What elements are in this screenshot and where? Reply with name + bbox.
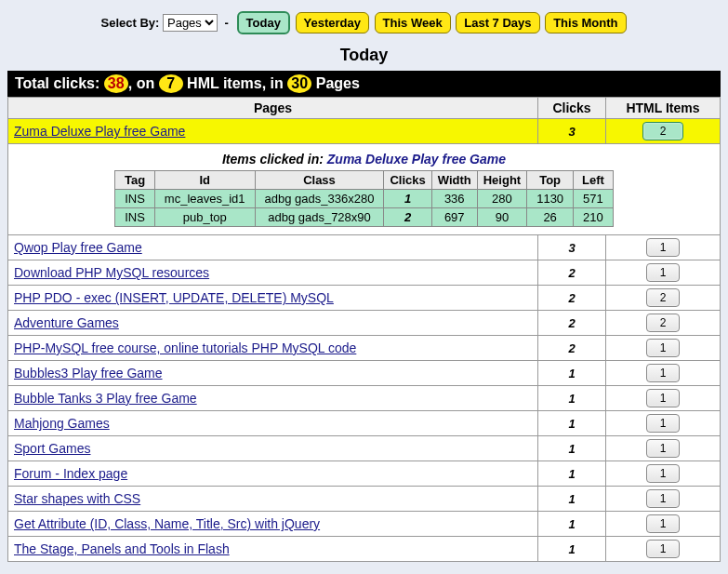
clicks-cell: 1	[538, 386, 606, 411]
filter-button-this-week[interactable]: This Week	[375, 12, 451, 33]
col-pages: Pages	[8, 98, 538, 119]
table-row: Adventure Games22	[8, 311, 721, 336]
detail-cell: 26	[527, 208, 574, 227]
html-items-button[interactable]: 1	[646, 389, 681, 407]
clicks-cell: 1	[538, 487, 606, 512]
table-row: Download PHP MySQL resources21	[8, 260, 721, 286]
table-row: Sport Games11	[8, 436, 721, 461]
html-items-button[interactable]: 2	[646, 288, 681, 307]
table-row: The Stage, Panels and Tools in Flash11	[8, 537, 721, 562]
summary-clicks-pill: 38	[104, 74, 128, 93]
detail-cell: 1130	[527, 190, 574, 208]
page-link[interactable]: PHP PDO - exec (INSERT, UPDATE, DELETE) …	[14, 290, 334, 305]
clicks-cell: 1	[538, 411, 606, 436]
page-link[interactable]: PHP-MySQL free course, online tutorials …	[14, 340, 356, 355]
col-html-items: HTML Items	[606, 98, 721, 119]
filter-button-today[interactable]: Today	[237, 11, 290, 34]
clicks-cell: 1	[538, 512, 606, 537]
filter-button-last-7-days[interactable]: Last 7 Days	[456, 12, 539, 33]
page-link[interactable]: Mahjong Games	[14, 416, 110, 431]
dash-separator: -	[221, 16, 232, 30]
clicks-cell: 2	[538, 260, 606, 286]
page-link[interactable]: Forum - Index page	[14, 466, 127, 481]
summary-bar: Total clicks: 38, on 7 HML items, in 30 …	[7, 71, 721, 97]
clicks-cell: 2	[538, 311, 606, 336]
detail-col: Top	[527, 171, 574, 190]
table-row: Star shapes with CSS11	[8, 487, 721, 512]
table-row: Bubbles3 Play free Game11	[8, 361, 721, 386]
detail-col: Id	[154, 171, 255, 190]
page-title: Today	[7, 46, 721, 65]
detail-cell: 280	[477, 190, 526, 208]
table-row: PHP-MySQL free course, online tutorials …	[8, 336, 721, 361]
detail-col: Class	[255, 171, 384, 190]
page-link[interactable]: Download PHP MySQL resources	[14, 265, 209, 280]
table-row: Qwop Play free Game31	[8, 235, 721, 260]
html-items-button[interactable]: 1	[646, 238, 681, 257]
detail-table: TagIdClassClicksWidthHeightTopLeftINSmc_…	[114, 170, 614, 227]
table-row: Get Attribute (ID, Class, Name, Title, S…	[8, 512, 721, 537]
detail-col: Width	[431, 171, 477, 190]
page-link[interactable]: Star shapes with CSS	[14, 491, 140, 506]
page-link[interactable]: Zuma Deluxe Play free Game	[14, 124, 185, 139]
page-link[interactable]: Adventure Games	[14, 315, 119, 330]
html-items-button[interactable]: 1	[646, 514, 681, 533]
clicks-cell: 3	[538, 119, 606, 144]
detail-cell: adbg gads_336x280	[255, 190, 384, 208]
detail-cell: 2	[384, 208, 431, 227]
html-items-button[interactable]: 2	[646, 314, 681, 332]
detail-cell: INS	[115, 208, 155, 227]
clicks-cell: 1	[538, 461, 606, 487]
detail-cell: 1	[384, 190, 431, 208]
detail-cell: 697	[431, 208, 477, 227]
table-row: Bubble Tanks 3 Play free Game11	[8, 386, 721, 411]
clicks-cell: 1	[538, 436, 606, 461]
html-items-button[interactable]: 1	[646, 364, 681, 382]
html-items-button[interactable]: 1	[646, 263, 681, 282]
table-row: Mahjong Games11	[8, 411, 721, 436]
filter-button-this-month[interactable]: This Month	[545, 12, 626, 33]
detail-caption: Items clicked in: Zuma Deluxe Play free …	[12, 148, 716, 170]
clicks-cell: 1	[538, 361, 606, 386]
table-row: PHP PDO - exec (INSERT, UPDATE, DELETE) …	[8, 286, 721, 311]
page-link[interactable]: Get Attribute (ID, Class, Name, Title, S…	[14, 516, 320, 531]
html-items-button[interactable]: 1	[646, 540, 681, 558]
detail-col: Height	[477, 171, 526, 190]
clicks-cell: 1	[538, 537, 606, 562]
filter-bar: Select By: Pages - Today Yesterday This …	[7, 7, 721, 38]
summary-prefix: Total clicks:	[15, 75, 99, 91]
detail-cell: mc_leaves_id1	[154, 190, 255, 208]
table-row: Forum - Index page11	[8, 461, 721, 487]
detail-cell: INS	[115, 190, 155, 208]
clicks-cell: 3	[538, 235, 606, 260]
summary-pages-pill: 30	[287, 74, 311, 93]
page-link[interactable]: Sport Games	[14, 441, 90, 456]
detail-cell: 336	[431, 190, 477, 208]
html-items-button[interactable]: 1	[646, 489, 681, 508]
table-row: Zuma Deluxe Play free Game32	[8, 119, 721, 144]
page-link[interactable]: Qwop Play free Game	[14, 240, 142, 255]
select-by-dropdown[interactable]: Pages	[163, 14, 218, 32]
detail-col: Clicks	[384, 171, 431, 190]
detail-cell: 210	[574, 208, 614, 227]
html-items-button[interactable]: 2	[642, 122, 684, 140]
col-clicks: Clicks	[538, 98, 606, 119]
page-link[interactable]: Bubbles3 Play free Game	[14, 366, 163, 380]
page-link[interactable]: Bubble Tanks 3 Play free Game	[14, 391, 197, 406]
detail-cell: pub_top	[154, 208, 255, 227]
detail-cell: adbg gads_728x90	[255, 208, 384, 227]
html-items-button[interactable]: 1	[646, 439, 681, 458]
page-link[interactable]: The Stage, Panels and Tools in Flash	[14, 541, 230, 556]
clicks-cell: 2	[538, 336, 606, 361]
filter-button-yesterday[interactable]: Yesterday	[296, 12, 369, 33]
detail-col: Tag	[115, 171, 155, 190]
html-items-button[interactable]: 1	[646, 414, 681, 433]
clicks-cell: 2	[538, 286, 606, 311]
detail-cell: 571	[574, 190, 614, 208]
pages-table: Pages Clicks HTML Items Zuma Deluxe Play…	[7, 97, 721, 562]
html-items-button[interactable]: 1	[646, 339, 681, 357]
detail-col: Left	[574, 171, 614, 190]
summary-items-pill: 7	[159, 74, 183, 93]
html-items-button[interactable]: 1	[646, 464, 681, 483]
detail-cell: 90	[477, 208, 526, 227]
